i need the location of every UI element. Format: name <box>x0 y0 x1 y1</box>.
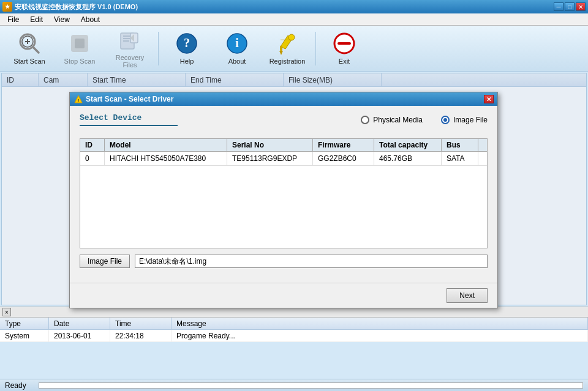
svg-rect-10 <box>123 40 129 42</box>
help-icon: ? <box>175 32 199 55</box>
svg-rect-18 <box>280 46 282 51</box>
device-cell-model: HITACHI HTS545050A7E380 <box>105 152 227 165</box>
svg-text:!: ! <box>78 98 80 103</box>
stop-scan-button[interactable]: Stop Scan <box>55 29 104 69</box>
log-cell-message: Progame Ready... <box>172 330 588 341</box>
menu-file[interactable]: File <box>2 14 24 25</box>
dialog-title-text: Start Scan - Select Driver <box>86 95 173 103</box>
toolbar-separator-1 <box>158 32 159 65</box>
status-text: Ready <box>5 381 26 390</box>
menu-view[interactable]: View <box>49 14 75 25</box>
log-table-header: Type Date Time Message <box>0 318 588 330</box>
maximize-button[interactable]: □ <box>565 2 575 11</box>
device-cell-serial: TE95113RG9EXDP <box>227 152 313 165</box>
dialog-body: Select Device Physical Media Image File <box>70 106 497 283</box>
svg-point-17 <box>288 34 295 40</box>
radio-image-file-circle[interactable] <box>441 116 450 124</box>
select-device-label: Select Device <box>80 113 178 126</box>
log-col-message: Message <box>172 318 588 329</box>
registration-label: Registration <box>270 58 306 65</box>
radio-image-file[interactable]: Image File <box>441 116 488 124</box>
window-title: 安联锐视监控数据恢复程序 V1.0 (DEMO) <box>15 2 138 12</box>
log-close-button[interactable]: × <box>2 308 11 316</box>
svg-text:?: ? <box>184 36 190 50</box>
toolbar-separator-2 <box>315 32 316 65</box>
dialog-title-icon: ! <box>74 94 83 104</box>
device-col-id: ID <box>80 139 105 151</box>
registration-button[interactable]: Registration <box>263 29 312 69</box>
start-scan-icon <box>17 32 42 55</box>
image-file-row: Image File <box>80 255 488 268</box>
recovery-button[interactable]: Recovery Files <box>105 29 154 69</box>
log-col-time: Time <box>110 318 172 329</box>
start-scan-button[interactable]: Start Scan <box>5 29 54 69</box>
recovery-label: Recovery Files <box>108 54 151 69</box>
device-col-model: Model <box>105 139 227 151</box>
recovery-icon <box>118 28 142 51</box>
about-label: About <box>228 58 246 65</box>
dialog-footer: Next <box>70 283 497 308</box>
minimize-button[interactable]: ─ <box>554 2 564 11</box>
radio-physical-media-circle[interactable] <box>361 116 369 124</box>
log-cell-date: 2013-06-01 <box>49 330 110 341</box>
log-cell-time: 22:34:18 <box>110 330 172 341</box>
radio-physical-media[interactable]: Physical Media <box>361 116 423 124</box>
about-button[interactable]: i About <box>213 29 262 69</box>
log-rows: System 2013-06-01 22:34:18 Progame Ready… <box>0 330 588 342</box>
close-button[interactable]: ✕ <box>576 2 586 11</box>
svg-line-2 <box>33 47 39 53</box>
next-button[interactable]: Next <box>447 288 488 303</box>
start-scan-label: Start Scan <box>13 58 45 65</box>
status-progress-bar <box>39 382 583 389</box>
radio-physical-media-label: Physical Media <box>373 116 423 124</box>
help-button[interactable]: ? Help <box>162 29 211 69</box>
device-table[interactable]: ID Model Serial No Firmware Total capaci… <box>80 138 488 248</box>
svg-rect-6 <box>75 39 85 48</box>
log-col-type: Type <box>0 318 49 329</box>
device-cell-capacity: 465.76GB <box>374 152 442 165</box>
radio-group: Physical Media Image File <box>361 116 488 124</box>
device-col-serial: Serial No <box>227 139 313 151</box>
log-cell-type: System <box>0 330 49 341</box>
window-controls: ─ □ ✕ <box>554 2 586 11</box>
dialog-title-bar: ! Start Scan - Select Driver ✕ <box>70 92 497 106</box>
svg-text:i: i <box>235 36 239 50</box>
image-file-path-input[interactable] <box>135 255 488 268</box>
stop-scan-label: Stop Scan <box>64 58 96 65</box>
device-cell-firmware: GG2ZB6C0 <box>313 152 374 165</box>
device-table-row[interactable]: 0 HITACHI HTS545050A7E380 TE95113RG9EXDP… <box>80 152 487 166</box>
help-label: Help <box>180 58 194 65</box>
status-bar: Ready <box>0 379 588 391</box>
start-scan-dialog: ! Start Scan - Select Driver ✕ Select De… <box>69 92 498 308</box>
toolbar: Start Scan Stop Scan Recovery Files <box>0 26 588 72</box>
title-bar: ★ 安联锐视监控数据恢复程序 V1.0 (DEMO) ─ □ ✕ <box>0 0 588 13</box>
device-table-header: ID Model Serial No Firmware Total capaci… <box>80 139 487 152</box>
log-area: × Type Date Time Message System 2013-06-… <box>0 307 588 377</box>
menu-edit[interactable]: Edit <box>25 14 48 25</box>
menu-about[interactable]: About <box>76 14 105 25</box>
app-icon: ★ <box>2 2 12 12</box>
log-row: System 2013-06-01 22:34:18 Progame Ready… <box>0 330 588 342</box>
device-col-bus: Bus <box>442 139 478 151</box>
exit-button[interactable]: Exit <box>320 29 369 69</box>
svg-marker-19 <box>279 51 283 55</box>
image-file-button[interactable]: Image File <box>80 255 130 268</box>
device-cell-bus: SATA <box>442 152 478 165</box>
main-area: ID Cam Start Time End Time File Size(MB)… <box>1 73 587 305</box>
radio-image-file-label: Image File <box>453 116 488 124</box>
about-icon: i <box>225 32 249 55</box>
log-col-date: Date <box>49 318 110 329</box>
dialog-close-button[interactable]: ✕ <box>484 95 494 103</box>
device-cell-id: 0 <box>80 152 105 165</box>
menu-bar: File Edit View About <box>0 13 588 26</box>
device-col-firmware: Firmware <box>313 139 374 151</box>
stop-scan-icon <box>67 32 92 55</box>
device-col-capacity: Total capacity <box>374 139 442 151</box>
exit-label: Exit <box>339 58 350 65</box>
registration-icon <box>275 32 300 55</box>
exit-icon <box>332 32 356 55</box>
